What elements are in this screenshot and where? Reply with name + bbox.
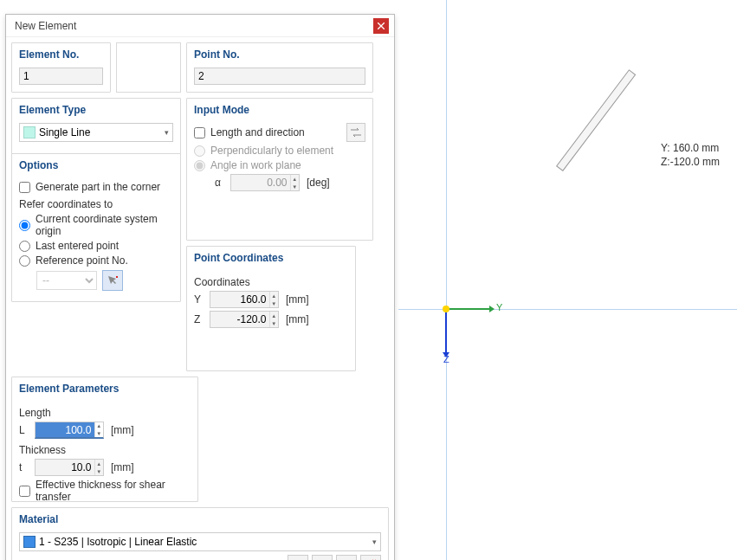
readout-y: Y: 160.0 mm <box>661 141 720 155</box>
spinner-up-icon[interactable]: ▲ <box>95 422 103 430</box>
y-coord-row: Y ▲▼ [mm] <box>194 291 348 308</box>
angle-radio: Angle in work plane <box>194 159 365 171</box>
point-no-input[interactable] <box>194 68 365 85</box>
close-icon <box>378 23 385 29</box>
element-no-panel: Element No. <box>11 42 111 93</box>
input-mode-header: Input Mode <box>187 99 372 119</box>
l-label: L <box>19 424 29 436</box>
pick-point-button[interactable] <box>102 270 123 291</box>
point-no-panel: Point No. <box>186 42 373 93</box>
z-axis-arrow <box>445 309 447 352</box>
chevron-down-icon: ▾ <box>165 128 169 137</box>
perpendicular-label: Perpendicularly to element <box>210 145 333 157</box>
reverse-icon <box>350 127 362 138</box>
thickness-input[interactable] <box>36 460 94 475</box>
y-axis-arrow <box>446 308 489 310</box>
refer-coords-header: Refer coordinates to <box>19 198 173 210</box>
length-subheader: Length <box>19 407 191 419</box>
title-bar[interactable]: New Element <box>6 15 394 37</box>
chevron-down-icon: ▾ <box>372 537 377 546</box>
thickness-row: t ▲▼ [mm] <box>19 459 191 476</box>
t-unit: [mm] <box>111 461 134 473</box>
point-coordinates-panel: Point Coordinates Coordinates Y ▲▼ [mm] … <box>186 246 356 371</box>
element-type-swatch <box>23 126 36 138</box>
length-direction-checkbox[interactable]: Length and direction <box>194 126 346 138</box>
element-type-value: Single Line <box>39 126 90 138</box>
z-label: Z <box>194 313 204 325</box>
spinner-down-icon[interactable]: ▼ <box>95 467 103 475</box>
point-no-header: Point No. <box>187 43 372 64</box>
spinner-down-icon: ▼ <box>291 183 299 190</box>
element-type-select[interactable]: Single Line ▾ <box>19 123 173 142</box>
thickness-spinner[interactable]: ▲▼ <box>35 459 104 476</box>
edit-material-button[interactable] <box>336 555 357 560</box>
z-coord-row: Z ▲▼ [mm] <box>194 311 348 328</box>
material-select[interactable]: 1 - S235 | Isotropic | Linear Elastic ▾ <box>19 532 381 551</box>
material-panel: Material 1 - S235 | Isotropic | Linear E… <box>11 507 389 560</box>
element-no-input[interactable] <box>19 68 103 85</box>
element-type-header: Element Type <box>12 99 180 119</box>
refer-reference-point-radio[interactable]: Reference point No. <box>19 254 173 267</box>
coordinate-readout: Y: 160.0 mm Z:-120.0 mm <box>661 141 720 169</box>
material-library-button[interactable] <box>288 555 308 560</box>
refer-current-origin-label: Current coordinate system origin <box>36 213 173 237</box>
t-label: t <box>19 461 29 473</box>
point-coords-header: Point Coordinates <box>187 247 355 267</box>
z-input[interactable] <box>210 312 269 327</box>
spinner-down-icon[interactable]: ▼ <box>95 430 103 438</box>
options-panel: Options Generate part in the corner Refe… <box>11 153 181 302</box>
elem-params-header: Element Parameters <box>12 377 197 398</box>
options-header: Options <box>12 154 180 175</box>
new-material-button[interactable] <box>312 555 333 560</box>
y-label: Y <box>194 293 204 306</box>
length-row: L ▲▼ [mm] <box>19 422 191 439</box>
alpha-row: α ▲▼ [deg] <box>194 174 365 191</box>
refer-last-point-radio[interactable]: Last entered point <box>19 240 173 252</box>
flip-direction-button[interactable] <box>346 123 365 142</box>
element-preview <box>563 163 660 267</box>
material-swatch <box>23 536 36 548</box>
spinner-down-icon[interactable]: ▼ <box>270 299 278 307</box>
material-value: 1 - S235 | Isotropic | Linear Elastic <box>39 536 197 548</box>
z-spinner[interactable]: ▲▼ <box>210 311 279 328</box>
spinner-up-icon[interactable]: ▲ <box>95 460 103 467</box>
z-axis-label: Z <box>443 354 449 364</box>
effective-thickness-label: Effective thickness for shear transfer <box>36 479 191 503</box>
new-element-dialog: New Element Element No. Point No. Elemen… <box>5 14 395 560</box>
alpha-unit: [deg] <box>307 177 330 189</box>
alpha-spinner: ▲▼ <box>230 174 300 191</box>
material-header: Material <box>12 508 388 529</box>
spacer-panel <box>116 42 181 93</box>
input-mode-panel: Input Mode Length and direction Perpendi… <box>186 98 373 241</box>
close-button[interactable] <box>373 18 389 34</box>
spinner-down-icon[interactable]: ▼ <box>270 319 278 327</box>
refer-current-origin-radio[interactable]: Current coordinate system origin <box>19 213 173 237</box>
element-no-header: Element No. <box>12 43 110 64</box>
dialog-title: New Element <box>15 20 373 32</box>
viewport-3d[interactable]: Y Z Y: 160.0 mm Z:-120.0 mm <box>398 0 737 560</box>
refer-reference-point-label: Reference point No. <box>36 254 128 267</box>
cursor-icon <box>107 274 119 286</box>
length-direction-label: Length and direction <box>210 126 305 138</box>
element-parameters-panel: Element Parameters Length L ▲▼ [mm] Thic… <box>11 377 198 502</box>
axis-origin <box>443 306 449 312</box>
alpha-label: α <box>215 177 225 189</box>
refer-last-point-label: Last entered point <box>36 240 119 252</box>
z-unit: [mm] <box>286 313 309 325</box>
delete-material-button[interactable] <box>360 555 381 560</box>
angle-label: Angle in work plane <box>210 159 301 171</box>
effective-thickness-checkbox[interactable]: Effective thickness for shear transfer <box>19 479 191 503</box>
length-input[interactable] <box>36 422 94 437</box>
reference-point-select: -- <box>36 271 97 290</box>
y-spinner[interactable]: ▲▼ <box>210 291 279 308</box>
y-input[interactable] <box>210 292 269 307</box>
thickness-subheader: Thickness <box>19 444 191 456</box>
grid-line-v <box>446 0 447 560</box>
spinner-up-icon[interactable]: ▲ <box>270 292 278 299</box>
spinner-up-icon[interactable]: ▲ <box>270 312 278 319</box>
y-unit: [mm] <box>286 293 309 306</box>
generate-part-label: Generate part in the corner <box>36 181 160 193</box>
spinner-up-icon: ▲ <box>291 175 299 183</box>
length-spinner[interactable]: ▲▼ <box>35 422 104 439</box>
generate-part-checkbox[interactable]: Generate part in the corner <box>19 181 173 193</box>
